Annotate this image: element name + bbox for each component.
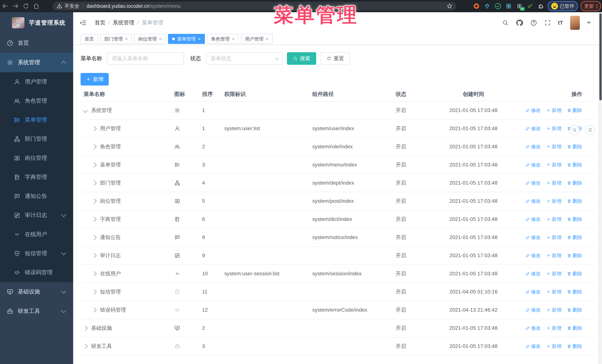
trash-action-link[interactable]: 删除 [567,343,582,350]
trash-action-link[interactable]: 删除 [567,252,582,259]
search-icon[interactable] [502,20,509,26]
expand-closed-icon[interactable] [92,253,97,258]
sidebar-item-menu[interactable]: 菜单管理 [0,110,73,129]
table-row[interactable]: 岗位管理5system/post/index开启2021-01-05 17:03… [81,192,594,210]
expand-closed-icon[interactable] [92,180,97,186]
scrollbar-thumb[interactable] [599,13,602,100]
sidebar-item-dashboard[interactable]: 首页 [0,33,73,53]
expand-closed-icon[interactable] [92,271,97,276]
trash-action-link[interactable]: 删除 [567,325,582,332]
collapse-sidebar-icon[interactable] [79,19,87,26]
ext-server-on-icon[interactable]: on [516,2,523,10]
user-avatar[interactable] [570,16,580,30]
sidebar-item-tree[interactable]: 部门管理 [0,129,73,148]
close-icon[interactable]: × [198,36,201,42]
sidebar-item-sms[interactable]: 短信管理 [0,244,73,263]
help-icon[interactable] [530,19,537,26]
back-icon[interactable] [0,1,10,11]
edit-action-link[interactable]: 修改 [526,289,541,295]
table-row[interactable]: 角色管理2system/role/index开启2021-01-05 17:03… [81,138,594,156]
breadcrumb-item[interactable]: 首页 [95,19,105,26]
table-row[interactable]: 字典管理6system/dict/index开启2021-01-05 17:03… [81,210,594,229]
sidebar-item-post[interactable]: 岗位管理 [0,148,73,167]
edit-action-link[interactable]: 修改 [526,325,541,332]
table-row[interactable]: 部门管理4system/dept/index开启2021-01-05 17:03… [81,174,594,192]
trash-action-link[interactable]: 删除 [567,107,582,114]
extensions-puzzle-icon[interactable] [537,2,545,10]
edit-action-link[interactable]: 修改 [526,343,541,350]
edit-action-link[interactable]: 修改 [526,216,541,223]
ext-gem-icon[interactable] [483,2,491,10]
table-row[interactable]: 错误码管理12system/errorCode/index开启2021-04-1… [81,301,594,319]
sidebar-item-user[interactable]: 用户管理 [0,72,73,91]
expand-closed-icon[interactable] [92,217,97,222]
expand-closed-icon[interactable] [92,308,97,312]
close-icon[interactable]: × [159,36,162,42]
expand-closed-icon[interactable] [92,289,97,294]
edit-action-link[interactable]: 修改 [526,198,541,204]
menu-name-input[interactable]: 请输入菜单名称 [107,52,184,65]
plus-action-link[interactable]: 新增 [546,325,561,332]
edit-action-link[interactable]: 修改 [526,144,541,150]
table-row[interactable]: 系统管理1开启2021-01-05 17:03:48修改新增删除 [81,102,594,120]
edit-action-link[interactable]: 修改 [526,307,541,313]
ext-check-icon[interactable] [494,2,502,10]
page-scrollbar[interactable] [599,12,602,364]
trash-action-link[interactable]: 删除 [567,162,582,168]
add-button[interactable]: 新增 [81,73,109,85]
table-row[interactable]: 审计日志9开启2021-01-05 17:03:48修改新增删除 [81,247,594,265]
reload-icon[interactable] [21,1,31,11]
edit-action-link[interactable]: 修改 [526,125,541,132]
edit-action-link[interactable]: 修改 [526,270,541,277]
ext-donut-icon[interactable] [473,2,480,10]
browser-menu-icon[interactable] [596,4,597,8]
edit-action-link[interactable]: 修改 [526,252,541,259]
home-icon[interactable] [31,1,42,11]
ext-grid-icon[interactable] [505,2,513,10]
tag-item[interactable]: 部门管理× [100,34,132,44]
chrome-update-button[interactable]: 更新 [581,1,601,11]
profile-paused-badge[interactable]: 已暂停 [548,1,578,11]
ext-key-icon[interactable] [526,2,534,10]
font-size-icon[interactable]: tT [558,20,563,26]
expand-closed-icon[interactable] [83,326,88,331]
sidebar-item-gear[interactable]: 系统管理 [0,53,73,72]
address-bar[interactable]: 不安全 dashboard.yudao.iocoder.cn /system/m… [53,2,456,10]
tag-item[interactable]: 首页 [81,34,98,44]
breadcrumb-item[interactable]: 系统管理 [113,19,134,26]
trash-action-link[interactable]: 删除 [567,270,582,277]
plus-action-link[interactable]: 新增 [546,234,561,241]
table-row[interactable]: 通知公告8system/notice/index开启2021-01-05 17:… [81,229,594,247]
sidebar-item-code[interactable]: 错误码管理 [0,263,73,282]
table-row[interactable]: 研发工具3开启2021-01-05 17:03:48修改新增删除 [81,337,594,355]
plus-action-link[interactable]: 新增 [546,198,561,204]
tag-item[interactable]: 岗位管理× [134,34,166,44]
bookmark-star-icon[interactable] [446,3,453,9]
plus-action-link[interactable]: 新增 [546,107,561,114]
sidebar-item-monitor[interactable]: 基础设施 [0,282,73,302]
expand-open-icon[interactable] [83,108,88,113]
user-menu-caret-icon[interactable] [587,22,591,24]
fullscreen-icon[interactable] [544,20,551,26]
sidebar-item-log[interactable]: 审计日志 [0,206,73,225]
refresh-table-icon[interactable] [585,125,595,135]
plus-action-link[interactable]: 新增 [546,180,561,186]
forward-icon[interactable] [10,1,21,11]
toggle-search-icon[interactable] [570,125,580,135]
sidebar-item-tool[interactable]: 研发工具 [0,302,73,321]
table-row[interactable]: 菜单管理3system/menu/index开启2021-01-05 17:03… [81,156,594,174]
edit-action-link[interactable]: 修改 [526,162,541,168]
close-icon[interactable]: × [266,36,269,42]
tag-item[interactable]: 用户管理× [241,34,273,44]
plus-action-link[interactable]: 新增 [546,125,561,132]
close-icon[interactable]: × [232,36,235,42]
plus-action-link[interactable]: 新增 [546,162,561,168]
edit-action-link[interactable]: 修改 [526,107,541,114]
search-button[interactable]: 搜索 [287,52,316,65]
plus-action-link[interactable]: 新增 [546,252,561,259]
table-row[interactable]: 基础设施2开启2021-01-05 17:03:48修改新增删除 [81,319,594,337]
expand-closed-icon[interactable] [83,344,88,349]
plus-action-link[interactable]: 新增 [546,307,561,313]
sidebar-item-online[interactable]: 在线用户 [0,225,73,244]
plus-action-link[interactable]: 新增 [546,216,561,223]
